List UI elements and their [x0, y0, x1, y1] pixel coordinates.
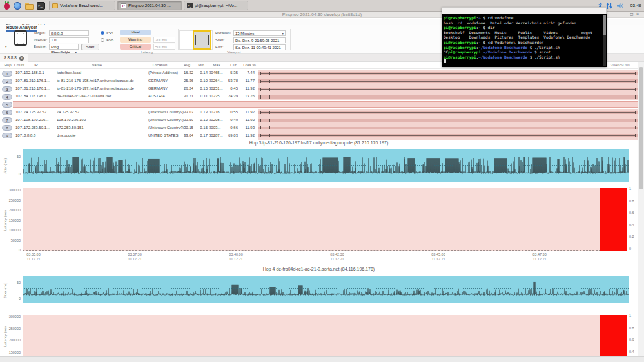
latency-tick: 250000	[1, 327, 21, 330]
time-tick: 03:42:3011.12.21	[330, 252, 344, 262]
column-header-cur[interactable]: Cur	[230, 63, 237, 67]
terminal-text-segment: ~/Vodafone Beschwerde	[478, 45, 527, 50]
column-header-name[interactable]: Name	[92, 63, 102, 67]
table-row-hop-8[interactable]: 107...172.253.50.1...172.253.50.151(Unkn…	[0, 124, 638, 132]
volume-icon[interactable]	[616, 2, 625, 10]
table-row-hop-4[interactable]: 107...84.116.196.1...de-fra04d-rc1-ae-21…	[0, 93, 638, 100]
latency-tick: 100000	[1, 228, 21, 232]
ipv6-radio[interactable]: IPv6	[101, 38, 113, 42]
duration-select[interactable]: 15 Minutes▾	[233, 30, 286, 36]
viewport-minimap[interactable]	[179, 30, 213, 50]
close-tab-icon[interactable]: ×	[19, 56, 24, 61]
column-header-count[interactable]: Count	[14, 63, 24, 67]
ideal-pill[interactable]: Ideal	[120, 30, 151, 35]
raspberry-menu-icon[interactable]	[2, 1, 11, 10]
latency-range-tick	[260, 72, 261, 75]
table-row-hop-6[interactable]: 107...74.125.32.5274.125.32.52(Unknown C…	[0, 109, 638, 117]
interval-input[interactable]	[49, 37, 89, 43]
hop-number-badge: 5	[2, 102, 12, 108]
cell-ip: 108.170.236...	[24, 118, 55, 122]
time-tick-time: 03:42:30	[330, 252, 344, 257]
column-header-loss[interactable]: Loss %	[243, 63, 256, 67]
browser-globe-icon[interactable]	[14, 1, 23, 10]
hop-number-badge: 1	[2, 71, 12, 77]
column-header-avg[interactable]: Avg	[184, 63, 190, 67]
taskbar-item-pingnoo[interactable]: P Pingnoo 2021.04.30-...	[117, 1, 182, 10]
latency-range-tick	[635, 72, 636, 75]
minimize-icon[interactable]: −	[625, 12, 630, 16]
engine-select[interactable]: Ping Executable▾	[49, 44, 79, 50]
viewport-end-label: End:	[215, 45, 223, 49]
pingnoo-app-icon: P	[121, 3, 126, 8]
chevron-down-icon[interactable]: ▾	[5, 44, 7, 48]
taskbar-item-file-manager[interactable]: Vodafone Beschwerd...	[49, 1, 115, 10]
table-row-hop-5[interactable]: 5	[0, 100, 638, 108]
latency-range-tick	[260, 134, 261, 137]
terminal-text-segment: pi@raspberrypi	[448, 50, 481, 54]
table-row-hop-9[interactable]: 107...8.8.8.8dns.googleUNITED STATES33.0…	[0, 132, 638, 140]
jitter-tick: 50	[1, 281, 21, 285]
table-row-hop-7[interactable]: 107...108.170.236...108.170.236.193(Unkn…	[0, 117, 638, 124]
vertical-scrollbar[interactable]	[638, 62, 644, 356]
hop3-latency-chart[interactable]	[23, 188, 627, 251]
cell-avg: 33.04	[173, 133, 193, 137]
terminal-launcher-icon[interactable]: >_	[37, 1, 46, 10]
latency-histogram-cell	[258, 132, 638, 140]
ipv4-radio[interactable]: IPv4	[101, 31, 113, 35]
scrollbar-thumb[interactable]	[639, 67, 643, 189]
column-header-max[interactable]: Max	[213, 63, 220, 67]
hop3-jitter-chart[interactable]	[23, 149, 629, 182]
table-row-hop-2[interactable]: 107...81.210.176.1...ip-81-210-176-198.h…	[0, 77, 638, 85]
close-icon[interactable]: ×	[636, 12, 641, 16]
time-tick-time: 03:37:30	[128, 252, 141, 257]
warning-threshold-input[interactable]: 200 ms	[153, 37, 175, 43]
cell-min: 0.15	[195, 86, 208, 90]
cell-min: 0.17	[195, 133, 208, 137]
table-row-hop-1[interactable]: 107...192.168.0.1kabelbox.local(Private …	[0, 70, 638, 77]
terminal-scrollbar[interactable]	[603, 15, 606, 66]
terminal-screen[interactable]: pi@raspberrypi:~ $ cd vodafonebash: cd: …	[442, 14, 607, 67]
column-header-ip[interactable]: IP	[34, 63, 38, 67]
hop-number-badge: 8	[2, 125, 12, 131]
viewport-start-value[interactable]: Do. Dez. 9 21:59:35 2021	[233, 37, 286, 43]
taskbar-item-terminal[interactable]: >_ pi@raspberrypi: ~/Vo...	[184, 1, 248, 10]
column-header-min[interactable]: Min	[198, 63, 204, 67]
viewport-handle-right[interactable]	[208, 35, 209, 45]
terminal-line: bash: cd: vodafone: Datei oder Verzeichn…	[444, 21, 605, 26]
latency-range-tick	[635, 80, 636, 83]
hop-table: HopCountIPNameLocationAvgMinMaxCurLoss %…	[0, 62, 638, 140]
target-input[interactable]	[49, 30, 89, 36]
terminal-window[interactable]: Datei Bearbeiten Reiter Hilfe pi@raspber…	[442, 7, 607, 67]
folder-icon	[52, 3, 58, 8]
viewport-selection[interactable]	[193, 30, 211, 50]
viewport-end-value[interactable]: Sa. Dez. 11 03:49:41 2021	[233, 44, 286, 50]
taskbar-clock[interactable]: 03:49	[630, 3, 641, 8]
terminal-scrollbar-thumb[interactable]	[603, 15, 606, 35]
file-manager-icon[interactable]	[25, 1, 34, 10]
duration-label: Duration:	[215, 31, 231, 35]
time-tick-date: 11.12.21	[532, 257, 546, 262]
maximize-icon[interactable]: ◻	[630, 12, 636, 16]
critical-threshold-input[interactable]: 500 ms	[153, 44, 175, 50]
critical-pill[interactable]: Critical	[120, 44, 151, 50]
warning-pill[interactable]: Warning	[120, 37, 151, 43]
hop4-latency-chart[interactable]	[23, 315, 627, 356]
column-header-hop[interactable]: Hop	[4, 63, 11, 67]
latency-tick: 0	[1, 248, 21, 252]
group-separator	[290, 29, 291, 50]
terminal-text-segment: $ cd Vodafone\ Beschwerde/	[481, 40, 544, 44]
terminal-text-segment: ~/Vodafone Beschwerde	[478, 55, 527, 59]
hop-number-badge: 2	[2, 79, 12, 84]
table-row-hop-3[interactable]: 107...81.210.176.1...ip-81-210-176-197.h…	[0, 85, 638, 93]
latency-histogram-cell	[258, 70, 638, 77]
viewport-handle-left[interactable]	[195, 35, 196, 45]
cell-avg: 33.59	[173, 118, 193, 122]
interval-label: Interval:	[34, 38, 47, 42]
group-separator	[115, 29, 115, 50]
window-controls[interactable]: −◻×	[625, 12, 641, 17]
start-button[interactable]: Start	[81, 44, 99, 50]
hop4-jitter-chart[interactable]	[23, 276, 629, 303]
target-tab-8888[interactable]: 8.8.8.8×	[0, 54, 28, 62]
column-header-location[interactable]: Location	[153, 63, 168, 67]
viewport-start-label: Start:	[215, 38, 224, 42]
